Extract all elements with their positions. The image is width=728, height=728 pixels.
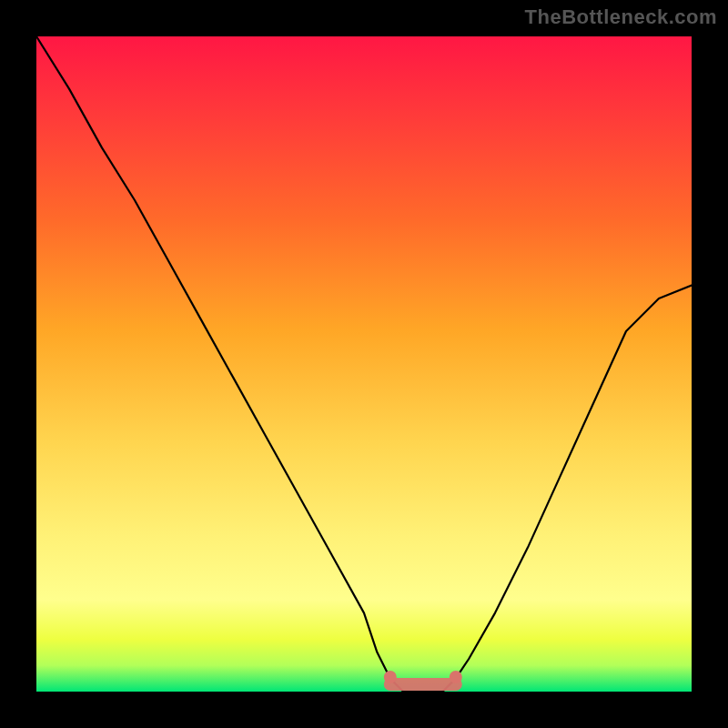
plot-area: [36, 36, 692, 692]
curve-layer: [36, 36, 692, 692]
watermark-text: TheBottleneck.com: [525, 5, 717, 29]
flat-end-dot: [450, 671, 462, 683]
bottleneck-curve: [36, 36, 692, 692]
chart-frame: TheBottleneck.com: [0, 0, 728, 728]
flat-end-dot: [384, 671, 397, 683]
